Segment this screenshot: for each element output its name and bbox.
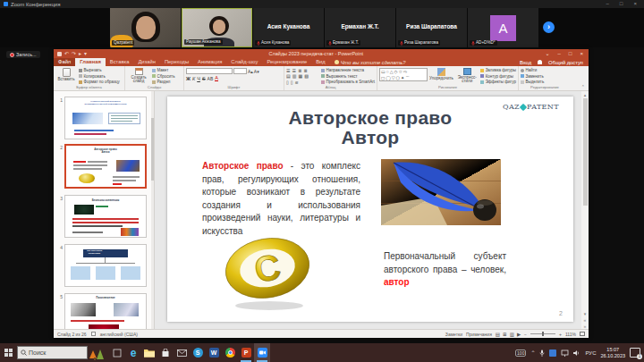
shape-effects-button[interactable]: Эффекты фигур [480, 80, 516, 84]
start-slideshow-icon[interactable]: ▸ [79, 49, 81, 58]
tab-file[interactable]: Файл [54, 58, 75, 66]
copy-button[interactable]: Копировать [79, 74, 120, 79]
taskbar-search-input[interactable]: Поиск [17, 346, 88, 359]
definition-paragraph[interactable]: Авторское право - это комплекс прав, рег… [202, 160, 360, 238]
zoom-close-button[interactable]: × [633, 0, 637, 8]
chrome-button[interactable] [222, 343, 238, 362]
redo-icon[interactable]: ↷ [72, 49, 76, 58]
spellcheck-icon[interactable] [91, 332, 96, 336]
columns-icon[interactable]: ▯▯≋ [286, 80, 319, 84]
powerpoint-taskbar-button[interactable]: P [238, 343, 254, 362]
font-name-combobox[interactable] [186, 68, 233, 74]
align-icons[interactable]: ▤▥▦▧ [286, 74, 319, 79]
reading-view-icon[interactable]: ▥ [510, 332, 514, 337]
slide-sorter-view-icon[interactable]: ⊞ [503, 332, 507, 337]
zoom-taskbar-button[interactable] [254, 343, 270, 362]
network-icon[interactable] [561, 349, 569, 357]
arrange-button[interactable]: Упорядочить [429, 68, 454, 84]
fit-to-window-icon[interactable] [580, 332, 585, 336]
word-button[interactable]: W [206, 343, 222, 362]
thumbnail-slide-3[interactable]: 3 Бернская конвенция [54, 195, 155, 238]
shrink-font-icon[interactable]: А▾ [254, 69, 259, 74]
edge-button[interactable]: e [125, 343, 141, 362]
format-painter-button[interactable]: Формат по образцу [79, 80, 120, 84]
action-center-button[interactable]: 1 [630, 348, 640, 358]
tab-insert[interactable]: Вставка [106, 58, 134, 66]
find-button[interactable]: Найти [521, 68, 544, 72]
scrollbar-thumb[interactable] [583, 98, 588, 206]
microphone-icon[interactable] [539, 349, 545, 357]
ppt-close-button[interactable]: × [580, 49, 583, 58]
zoom-slider-thumb[interactable] [542, 332, 544, 336]
collapse-ribbon-icon[interactable]: ⌃ [581, 84, 585, 89]
comments-button[interactable]: Примечания [466, 332, 492, 337]
text-direction-button[interactable]: Направление текста [321, 68, 375, 72]
hidden-icons-chevron[interactable]: ⌃ [530, 349, 535, 356]
reset-button[interactable]: Сбросить [152, 74, 175, 79]
select-button[interactable]: Выделить [521, 80, 544, 84]
task-view-button[interactable] [109, 343, 125, 362]
participant-tile-video-2[interactable]: Раушан Акжанова [182, 8, 252, 47]
participant-tile-3[interactable]: Асия Куканова Асия Куканова [253, 8, 324, 47]
replace-button[interactable]: Заменить [521, 74, 544, 79]
normal-view-icon[interactable]: ▤ [496, 332, 500, 337]
thumbnail-slide-5[interactable]: 5 Произведение [54, 293, 155, 329]
character-spacing-icon[interactable]: АВ [208, 76, 214, 81]
participant-tile-video-1[interactable]: Qazpatent [110, 8, 181, 47]
tab-slideshow[interactable]: Слайд-шоу [226, 58, 262, 66]
save-icon[interactable] [57, 52, 62, 56]
new-slide-button[interactable]: Создать слайд [127, 68, 150, 84]
align-text-button[interactable]: Выровнять текст [321, 74, 375, 79]
shapes-gallery[interactable]: ▭○△◇☆⇨◻◯▽⬡✦⌒ [379, 68, 428, 81]
sign-in-button[interactable]: Вход [520, 60, 531, 65]
app-blue-circle-button[interactable]: S [190, 343, 206, 362]
quill-feather-image[interactable] [381, 159, 501, 225]
ppt-minimize-button[interactable]: – [558, 49, 561, 58]
tab-design[interactable]: Дизайн [133, 58, 160, 66]
zoom-percentage[interactable]: 111% [565, 332, 576, 337]
thumbnail-slide-4[interactable]: 4 Три принципа конвенции [54, 244, 155, 287]
bullets-numbering-icons[interactable]: ☰☰≣≣ [286, 68, 319, 72]
ppt-maximize-button[interactable]: □ [569, 49, 572, 58]
zoom-in-icon[interactable]: + [559, 332, 562, 337]
store-button[interactable] [157, 343, 174, 362]
convert-smartart-button[interactable]: Преобразовать в SmartArt [321, 80, 375, 84]
participant-tile-4[interactable]: Ермахан Ж.Т. Ермахан Ж.Т. [325, 8, 395, 47]
cut-button[interactable]: Вырезать [79, 68, 120, 72]
shape-outline-button[interactable]: Контур фигуры [480, 74, 516, 79]
start-button[interactable] [0, 343, 17, 362]
quick-styles-button[interactable]: Экспресс-стили [455, 68, 479, 84]
share-button[interactable]: Общий доступ [548, 60, 583, 65]
layout-button[interactable]: Макет [152, 68, 175, 72]
language-indicator[interactable]: английский (США) [100, 332, 138, 337]
previous-slide-icon[interactable]: « [581, 317, 589, 323]
volume-icon[interactable] [573, 349, 580, 357]
italic-button[interactable]: К [192, 76, 195, 81]
slide-title[interactable]: Авторское право Автор [167, 108, 573, 147]
ribbon-display-options-icon[interactable]: ⌄ [545, 49, 549, 58]
tell-me-search[interactable]: Что вы хотите сделать? [330, 58, 411, 66]
slide-canvas[interactable]: QAZ PATENT Авторское право Автор Авторск… [167, 97, 573, 322]
bold-button[interactable]: Ж [186, 76, 191, 81]
undo-icon[interactable]: ↶ [64, 49, 69, 58]
font-size-combobox[interactable] [233, 68, 247, 74]
mail-button[interactable] [174, 343, 190, 362]
tab-view[interactable]: Вид [311, 58, 330, 66]
strikethrough-button[interactable]: S [202, 76, 206, 81]
tab-home[interactable]: Главная [75, 58, 106, 66]
copyright-gold-emblem[interactable]: C [219, 231, 319, 315]
thumbnail-slide-1[interactable]: 1 НАЦИОНАЛЬНЫЙ ИНСТИТУТ ИНТЕЛЛЕКТУАЛЬНОЙ… [54, 97, 155, 139]
participant-tile-5[interactable]: Риза Шарапатова Риза Шарапатова [396, 8, 467, 47]
participant-tile-6[interactable]: A AD+D%D° [468, 8, 538, 47]
zoom-out-icon[interactable]: − [524, 332, 527, 337]
zoom-slider[interactable] [530, 333, 555, 334]
tray-app-icon[interactable] [549, 349, 556, 357]
thumbnail-scrollbar[interactable] [151, 91, 154, 329]
thumbnail-slide-2-selected[interactable]: 2 Авторское право Автор [54, 144, 155, 189]
scroll-up-icon[interactable]: ▴ [581, 92, 589, 97]
subject-paragraph[interactable]: Первоначальный субъект авторского права … [384, 250, 506, 290]
grow-font-icon[interactable]: А▴ [248, 69, 253, 74]
search-highlights-icon[interactable] [88, 343, 109, 362]
file-explorer-button[interactable] [141, 343, 157, 362]
slideshow-view-icon[interactable]: ▶ [517, 332, 521, 337]
